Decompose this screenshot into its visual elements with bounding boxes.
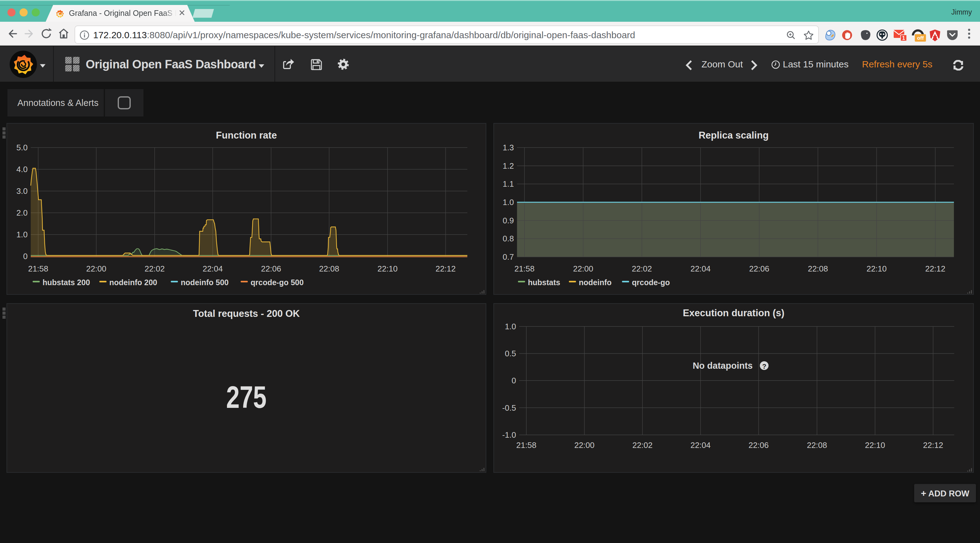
svg-text:22:04: 22:04 <box>202 264 223 273</box>
svg-text:22:00: 22:00 <box>573 264 593 273</box>
svg-text:4.0: 4.0 <box>16 165 28 174</box>
svg-text:22:10: 22:10 <box>377 264 398 273</box>
svg-text:22:06: 22:06 <box>261 264 281 273</box>
svg-text:22:00: 22:00 <box>86 264 106 273</box>
svg-text:1.0: 1.0 <box>505 322 516 331</box>
svg-text:2.0: 2.0 <box>16 208 28 217</box>
svg-text:?: ? <box>762 363 766 370</box>
svg-text:1.1: 1.1 <box>503 179 514 189</box>
svg-text:hubstats 200: hubstats 200 <box>43 278 90 287</box>
svg-text:22:02: 22:02 <box>632 264 652 273</box>
svg-text:22:08: 22:08 <box>808 264 828 273</box>
svg-text:off: off <box>917 35 924 41</box>
svg-text:22:06: 22:06 <box>749 264 769 273</box>
svg-text:0.9: 0.9 <box>503 216 514 225</box>
svg-text:-1.0: -1.0 <box>502 430 516 439</box>
svg-text:22:10: 22:10 <box>865 441 885 450</box>
svg-text:22:12: 22:12 <box>923 441 943 450</box>
svg-text:nodeinfo: nodeinfo <box>579 278 612 287</box>
svg-text:22:08: 22:08 <box>319 264 339 273</box>
svg-text:0: 0 <box>512 376 516 385</box>
svg-text:0.7: 0.7 <box>503 252 514 261</box>
svg-text:22:02: 22:02 <box>145 264 165 273</box>
svg-text:nodeinfo 500: nodeinfo 500 <box>181 278 229 287</box>
svg-text:1.3: 1.3 <box>503 143 514 152</box>
svg-text:22:12: 22:12 <box>925 264 945 273</box>
svg-text:0: 0 <box>23 252 28 261</box>
svg-text:22:04: 22:04 <box>690 441 711 450</box>
svg-text:22:00: 22:00 <box>574 441 594 450</box>
svg-text:1.0: 1.0 <box>16 230 28 239</box>
svg-text:22:10: 22:10 <box>866 264 886 273</box>
svg-text:21:58: 21:58 <box>516 441 536 450</box>
svg-text:hubstats: hubstats <box>528 278 560 287</box>
svg-text:5.0: 5.0 <box>16 143 28 152</box>
svg-text:22:06: 22:06 <box>748 441 768 450</box>
svg-text:22:08: 22:08 <box>807 441 827 450</box>
svg-text:No datapoints: No datapoints <box>693 361 753 371</box>
svg-text:22:04: 22:04 <box>690 264 711 273</box>
svg-text:1: 1 <box>902 35 905 41</box>
svg-text:21:58: 21:58 <box>28 264 48 273</box>
svg-text:3.0: 3.0 <box>16 186 28 196</box>
svg-text:21:58: 21:58 <box>514 264 535 273</box>
svg-text:22:12: 22:12 <box>435 264 455 273</box>
svg-text:nodeinfo 200: nodeinfo 200 <box>109 278 157 287</box>
svg-text:1.0: 1.0 <box>503 197 514 207</box>
svg-text:qrcode-go 500: qrcode-go 500 <box>251 278 304 287</box>
svg-text:0.8: 0.8 <box>503 234 514 243</box>
svg-text:qrcode-go: qrcode-go <box>632 278 670 287</box>
svg-text:-0.5: -0.5 <box>502 403 516 412</box>
svg-text:0.5: 0.5 <box>505 349 516 358</box>
svg-text:1.2: 1.2 <box>503 161 514 170</box>
svg-text:22:02: 22:02 <box>632 441 652 450</box>
